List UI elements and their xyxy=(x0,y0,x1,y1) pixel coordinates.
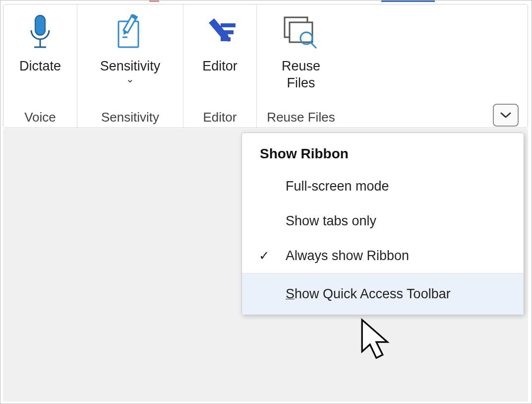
group-caption-editor: Editor xyxy=(183,110,256,125)
titlebar-sliver xyxy=(0,0,532,4)
sensitivity-icon xyxy=(113,14,148,54)
menu-item-label: Always show Ribbon xyxy=(286,248,409,264)
svg-rect-0 xyxy=(35,15,45,35)
reuse-files-icon xyxy=(282,14,320,54)
dictate-button[interactable] xyxy=(26,11,54,57)
menu-item-show-quick-access-toolbar[interactable]: Show Quick Access Toolbar xyxy=(242,273,524,315)
group-caption-reuse-files: Reuse Files xyxy=(257,110,345,125)
reuse-files-label: Reuse Files xyxy=(282,58,320,96)
group-caption-sensitivity: Sensitivity xyxy=(77,110,183,125)
svg-rect-12 xyxy=(221,37,231,41)
dictate-label: Dictate xyxy=(19,58,61,96)
ribbon-group-reuse-files: Reuse Files Reuse Files xyxy=(256,4,345,128)
sensitivity-label-text: Sensitivity xyxy=(100,58,161,75)
titlebar-fragment xyxy=(149,0,159,2)
ribbon-group-sensitivity: Sensitivity ⌄ Sensitivity xyxy=(77,4,183,128)
menu-item-label-rest: how Quick Access Toolbar xyxy=(295,286,451,301)
sensitivity-label: Sensitivity ⌄ xyxy=(100,58,161,96)
titlebar-fragment xyxy=(381,0,435,2)
menu-item-always-show-ribbon[interactable]: ✓ Always show Ribbon xyxy=(242,238,524,273)
chevron-down-icon: ⌄ xyxy=(126,73,134,85)
menu-item-label: Show tabs only xyxy=(286,213,376,229)
microphone-icon xyxy=(26,14,54,54)
sensitivity-button[interactable] xyxy=(113,11,148,57)
ribbon-display-options-button[interactable] xyxy=(493,104,519,127)
editor-button[interactable] xyxy=(203,11,237,57)
editor-label: Editor xyxy=(202,58,237,96)
reuse-files-button[interactable] xyxy=(282,11,320,57)
ribbon-display-options-menu: Show Ribbon Full-screen mode Show tabs o… xyxy=(241,133,524,315)
menu-heading: Show Ribbon xyxy=(242,146,524,169)
editor-pen-icon xyxy=(203,14,237,54)
reuse-files-label-line1: Reuse xyxy=(282,58,320,75)
chevron-down-icon xyxy=(500,111,512,119)
ribbon-group-voice: Dictate Voice xyxy=(3,4,77,128)
app-frame: Dictate Voice Sensitivity ⌄ xyxy=(0,0,532,404)
ribbon-group-editor: Editor Editor xyxy=(183,4,256,128)
menu-item-label: Show Quick Access Toolbar xyxy=(286,286,451,302)
menu-item-full-screen[interactable]: Full-screen mode xyxy=(242,169,524,203)
menu-item-show-tabs-only[interactable]: Show tabs only xyxy=(242,203,524,238)
checkmark-icon: ✓ xyxy=(259,248,286,264)
svg-rect-8 xyxy=(209,18,228,40)
group-caption-voice: Voice xyxy=(3,110,77,125)
svg-rect-11 xyxy=(221,30,234,34)
svg-line-16 xyxy=(310,42,316,48)
reuse-files-label-line2: Files xyxy=(287,75,315,92)
svg-rect-10 xyxy=(221,23,236,27)
ribbon: Dictate Voice Sensitivity ⌄ xyxy=(3,4,528,128)
menu-item-label: Full-screen mode xyxy=(286,179,389,194)
